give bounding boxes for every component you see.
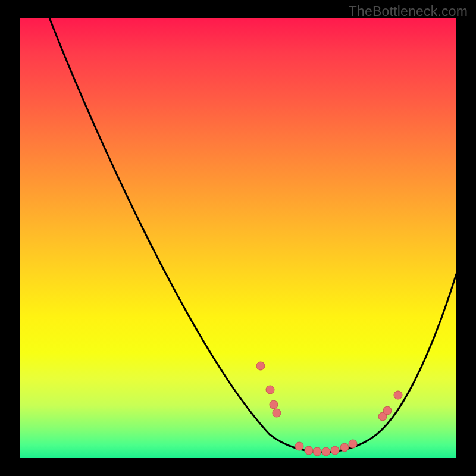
curve-marker: [394, 391, 402, 399]
curve-marker: [349, 440, 357, 448]
curve-marker: [256, 362, 265, 370]
curve-marker: [313, 447, 321, 456]
curve-marker: [383, 406, 392, 415]
curve-marker: [273, 409, 281, 417]
chart-plot-area: [20, 18, 456, 458]
curve-marker: [270, 400, 278, 409]
bottleneck-curve-svg: [20, 18, 456, 458]
curve-marker: [266, 386, 274, 394]
curve-marker: [322, 447, 330, 456]
curve-marker: [305, 446, 313, 455]
bottleneck-curve-path: [49, 18, 456, 452]
marker-group: [256, 362, 402, 456]
curve-marker: [340, 443, 349, 452]
curve-marker: [295, 442, 303, 450]
curve-marker: [331, 446, 339, 455]
watermark-text: TheBottleneck.com: [349, 4, 468, 20]
